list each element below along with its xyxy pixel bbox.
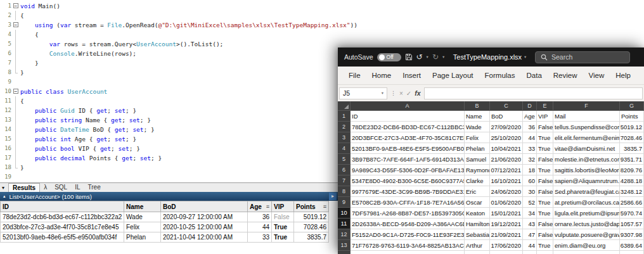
cell[interactable]: Clarke	[465, 175, 490, 186]
cell[interactable]: False	[537, 122, 553, 132]
cell[interactable]: E5708C2B-930A-CFFA-1F18-7E7A16A56EF1	[351, 197, 465, 208]
document-title[interactable]: TestTypeMapping.xlsx ▾	[448, 53, 531, 61]
cell[interactable]: BoD	[490, 111, 523, 122]
cell[interactable]: 9977679E-43DE-3C99-BB9B-7B9DDAE31A50	[351, 186, 465, 197]
row-header-13[interactable]: 13	[338, 240, 351, 251]
cell[interactable]: 52013BF0-9AEB-48E6-E5F5-E9500AFB034F	[351, 143, 465, 154]
cell[interactable]: 24/06/2020	[490, 186, 523, 197]
cell[interactable]: ligula.elit.pretium@ipsumD	[553, 208, 620, 219]
name-box-dropdown-icon[interactable]: ▾	[382, 91, 383, 96]
results-tab-results[interactable]: Results	[8, 183, 40, 193]
ribbon-tab-insert[interactable]: Insert	[397, 72, 427, 79]
results-column-header-id[interactable]: ID	[1, 201, 124, 212]
column-header-g[interactable]: G	[620, 101, 644, 111]
cell[interactable]: sagittis.lobortis@leoMorbi	[553, 165, 620, 175]
cell[interactable]: 60	[523, 175, 537, 186]
cell[interactable]: 15/01/2021	[490, 208, 523, 219]
cell[interactable]: 6389.64	[620, 240, 644, 251]
cell[interactable]: 25/10/2020	[490, 132, 523, 143]
cell[interactable]: Oscar	[465, 197, 490, 208]
row-header-4[interactable]: 4	[338, 143, 351, 154]
cell[interactable]: 34	[523, 208, 537, 219]
code-line[interactable]: 4 {	[0, 30, 644, 39]
undo-icon[interactable]: ↺	[416, 53, 423, 61]
cell[interactable]: 44	[523, 240, 537, 251]
row-header-6[interactable]: 6	[338, 165, 351, 175]
cell[interactable]: False	[537, 229, 553, 240]
results-column-header-points[interactable]: Points≡	[294, 201, 329, 212]
cell[interactable]: 18	[523, 165, 537, 175]
cell[interactable]: 7028.46	[620, 132, 644, 143]
cell[interactable]: Felix	[465, 132, 490, 143]
cell[interactable]: Eric	[465, 186, 490, 197]
cell[interactable]: True	[537, 240, 553, 251]
cell[interactable]: 3835.7	[620, 143, 644, 154]
results-tab-tree[interactable]: Tree	[84, 183, 105, 192]
cell[interactable]: ornare.lectus.justo@dapibu	[553, 219, 620, 229]
cell[interactable]: 2D26338A-BECD-9548-D209-A386AAC6D23E	[351, 219, 465, 229]
cell[interactable]: 01/06/2020	[490, 197, 523, 208]
column-header-d[interactable]: D	[523, 101, 537, 111]
cell[interactable]: elit.elit.fermentum@enim.e	[553, 132, 620, 143]
row-header-2[interactable]: 2	[338, 122, 351, 132]
row-header-7[interactable]: 7	[338, 175, 351, 186]
ribbon-tab-page-layout[interactable]: Page Layout	[427, 72, 479, 79]
cell[interactable]: 21/06/2020	[490, 154, 523, 165]
cell[interactable]: 71F76728-9763-6119-3A64-8825AB13ACDD	[351, 240, 465, 251]
cell[interactable]: False	[537, 219, 553, 229]
totals-icon[interactable]: ≡	[266, 203, 269, 210]
code-line[interactable]: 1−void Main()	[0, 1, 644, 11]
select-all-button[interactable]	[338, 101, 351, 111]
cell[interactable]: 7DF57981-A268-8B87-DE57-1B5397305C8A	[351, 208, 465, 219]
totals-icon[interactable]: ≡	[323, 203, 326, 210]
cell[interactable]: 8209.76	[620, 165, 644, 175]
cell[interactable]: VIP	[537, 111, 553, 122]
cell[interactable]: Points	[620, 111, 644, 122]
cell[interactable]: 20D3BFCE-27C3-AD3E-4F70-35C81C7E8E45	[351, 132, 465, 143]
cell[interactable]: False	[537, 186, 553, 197]
row-header-8[interactable]: 8	[338, 186, 351, 197]
cell[interactable]: True	[537, 208, 553, 219]
cell[interactable]: Wade	[465, 122, 490, 132]
cell[interactable]: Hamilton	[465, 219, 490, 229]
cell[interactable]: False	[537, 175, 553, 186]
cell[interactable]: 9A989C43-D55F-5306-0D2F-0FBAFAE135BB	[351, 165, 465, 175]
cell[interactable]	[537, 251, 553, 254]
cell[interactable]: 07/12/2021	[490, 165, 523, 175]
cell[interactable]: 44	[523, 132, 537, 143]
cell[interactable]: Name	[465, 111, 490, 122]
cell[interactable]: tellus.Suspendisse@congue	[553, 122, 620, 132]
cell[interactable]: at.pretium@orcilacus.ca	[553, 197, 620, 208]
search-box[interactable]: Search	[535, 51, 630, 63]
cell[interactable]: 9307.98	[620, 229, 644, 240]
formula-bar-splitter-icon[interactable]: ⋮	[390, 90, 396, 96]
results-column-header-vip[interactable]: VIP	[272, 201, 294, 212]
results-tab-il[interactable]: IL	[71, 183, 84, 192]
cell[interactable]: enim.diam@eu.org	[553, 240, 620, 251]
cell[interactable]	[620, 251, 644, 254]
name-box[interactable]: J5 ▾	[339, 87, 387, 99]
cell[interactable]: True	[537, 143, 553, 154]
cell[interactable]: 16/10/2021	[490, 175, 523, 186]
cell[interactable]: 32	[523, 154, 537, 165]
fold-toggle[interactable]: −	[12, 1, 20, 11]
fold-toggle[interactable]: −	[12, 20, 20, 30]
column-header-b[interactable]: B	[465, 101, 490, 111]
cell[interactable]: 21/09/2021	[490, 229, 523, 240]
cell[interactable]: 27/09/2020	[490, 122, 523, 132]
collapse-region-icon[interactable]: −	[13, 3, 18, 8]
expand-results-icon[interactable]: ▸	[329, 193, 337, 200]
cell[interactable]: 5970.74	[620, 208, 644, 219]
column-header-c[interactable]: C	[490, 101, 523, 111]
cell[interactable]: molestie.in@etnetus.com	[553, 154, 620, 165]
cell[interactable]: 10/04/2021	[490, 143, 523, 154]
column-header-f[interactable]: F	[553, 101, 620, 111]
ribbon-tab-view[interactable]: View	[583, 72, 610, 79]
row-header-14[interactable]: 14	[338, 251, 351, 254]
cell[interactable]: ID	[351, 111, 465, 122]
results-tab-sql[interactable]: SQL	[51, 183, 71, 192]
row-header-9[interactable]: 9	[338, 197, 351, 208]
cell[interactable]: Samuel	[465, 154, 490, 165]
autosave-toggle[interactable]: Off	[377, 53, 401, 61]
cell[interactable]: sapien@Aliquamrutrum.net	[553, 175, 620, 186]
